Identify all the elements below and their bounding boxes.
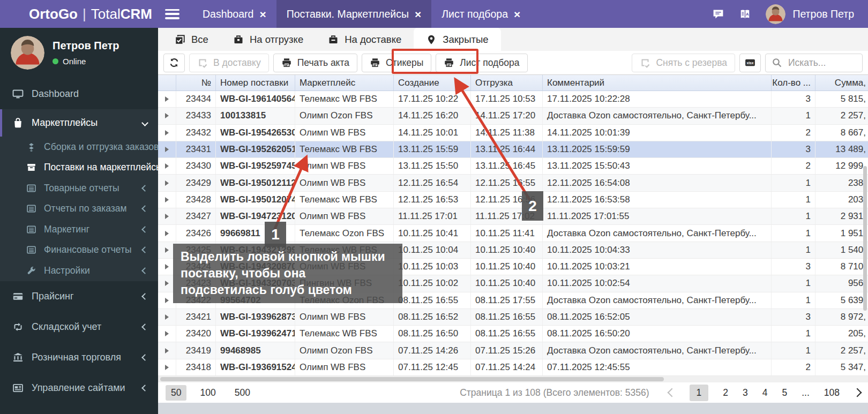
row-expander[interactable] — [158, 141, 176, 157]
column-header[interactable]: Сумма, — [815, 75, 868, 91]
cell-num: 23419 — [176, 342, 216, 358]
table-row[interactable]: 2341999468985Олимп Ozon FBS07.11.25 14:2… — [158, 342, 868, 359]
sidebar-item-dashboard[interactable]: Dashboard — [0, 79, 158, 109]
cell-qty: 2 — [772, 125, 815, 141]
cell-created: 17.11.25 10:22 — [394, 91, 471, 107]
column-header[interactable]: Номер поставки — [216, 75, 295, 91]
column-header[interactable]: Комментарий — [543, 75, 772, 91]
close-icon[interactable]: × — [514, 9, 520, 20]
page-1[interactable]: 1 — [690, 385, 709, 401]
page-5[interactable]: 5 — [782, 387, 787, 398]
refresh-button[interactable] — [163, 54, 185, 72]
wrench-icon — [26, 266, 36, 276]
cell-sum: 8 667, — [815, 125, 868, 141]
row-expander[interactable] — [158, 108, 176, 124]
column-header[interactable]: Маркетплейс — [295, 75, 394, 91]
sidebar-user-name: Петров Петр — [53, 40, 119, 52]
sidebar-item-assembly-shipping[interactable]: Сборка и отгрузка заказов — [0, 137, 158, 157]
chat-icon[interactable] — [712, 8, 724, 20]
table-row[interactable]: 23433100133815Олимп Ozon FBS14.11.25 16:… — [158, 108, 868, 124]
cell-shipped: 13.11.25 16:44 — [471, 141, 543, 157]
page-4[interactable]: 4 — [762, 387, 768, 398]
table-row[interactable]: 23434WB-GI-196140564Телемакс WB FBS17.11… — [158, 91, 868, 108]
horizontal-scrollbar-thumb[interactable] — [160, 377, 664, 381]
to-delivery-button[interactable]: В доставку — [189, 54, 269, 72]
page-3[interactable]: 3 — [743, 387, 748, 398]
row-expander[interactable] — [158, 309, 176, 325]
hamburger-menu-icon[interactable] — [165, 9, 179, 19]
table-row[interactable]: 23428WB-GI-195012074Телемакс WB FBS12.11… — [158, 192, 868, 208]
close-icon[interactable]: × — [259, 9, 266, 20]
page-size-100[interactable]: 100 — [194, 385, 221, 401]
filter-tab-closed[interactable]: Закрытые — [414, 28, 500, 51]
cell-qty: 1 — [772, 342, 815, 358]
cell-mp: Олимп WB FBS — [295, 208, 394, 224]
page-size-500[interactable]: 500 — [229, 385, 256, 401]
page-...[interactable]: ... — [802, 387, 810, 398]
row-expander[interactable] — [158, 192, 176, 208]
table-row[interactable]: 23432WB-GI-195426530Олимп WB FBS14.11.25… — [158, 125, 868, 141]
table-row[interactable]: 23429WB-GI-195012112Олимп WB FBS12.11.25… — [158, 175, 868, 191]
cell-num: 23433 — [176, 108, 216, 124]
sidebar-item-order-reports[interactable]: Отчеты по заказам — [0, 199, 158, 220]
row-expander[interactable] — [158, 342, 176, 358]
cell-created: 11.11.25 17:01 — [394, 208, 471, 224]
document-tab[interactable]: Лист подбора× — [431, 0, 530, 28]
transfer-icon — [640, 57, 650, 68]
pager-next-icon[interactable] — [853, 388, 862, 397]
sidebar-item-settings[interactable]: Настройки — [0, 260, 158, 281]
row-expander[interactable] — [158, 225, 176, 241]
row-expander[interactable] — [158, 125, 176, 141]
column-header[interactable]: Отгрузка — [471, 75, 543, 91]
cell-comment: Доставка Ozon самостоятельно, Санкт-Пете… — [543, 342, 772, 358]
column-header[interactable]: Создание — [394, 75, 471, 91]
table-row[interactable]: 23430WB-GI-195259745Олимп WB FBS13.11.25… — [158, 158, 868, 175]
cell-mp: Олимп WB FBS — [295, 175, 394, 191]
sidebar-item-finance-reports[interactable]: Финансовые отчеты — [0, 240, 158, 261]
sidebar-item-pricing[interactable]: Прайсинг — [0, 281, 158, 312]
box-up-icon — [233, 34, 244, 45]
cell-created: 07.11.25 14:26 — [394, 342, 471, 358]
sidebar-item-marketplaces[interactable]: Маркетплейсы — [0, 109, 158, 137]
page-108[interactable]: 108 — [824, 387, 840, 398]
close-icon[interactable]: × — [415, 9, 421, 20]
sidebar-item-product-reports[interactable]: Товарные отчеты — [0, 178, 158, 199]
remove-reserve-button[interactable]: Снять с резерва — [632, 54, 735, 72]
table-row[interactable]: 23421WB-GI-193962873Олимп WB FBS08.11.25… — [158, 309, 868, 326]
table-row[interactable]: 23431WB-GI-195262051Телемакс WB FBS13.11… — [158, 141, 868, 158]
pager-prev-icon[interactable] — [667, 388, 676, 397]
sidebar-item-sites[interactable]: Управление сайтами — [0, 373, 158, 403]
table-row[interactable]: 23420WB-GI-193962471Телемакс WB FBS08.11… — [158, 326, 868, 342]
filter-tab-to-ship[interactable]: На отгрузке — [221, 28, 316, 51]
filter-tab-in-delivery[interactable]: На доставке — [316, 28, 414, 51]
row-expander[interactable] — [158, 208, 176, 224]
sidebar-item-supplies-marketplaces[interactable]: Поставки на маркетплейсы — [0, 157, 158, 178]
page-2[interactable]: 2 — [723, 387, 728, 398]
button-label: В доставку — [213, 57, 261, 69]
sidebar-item-label: Настройки — [44, 265, 90, 276]
export-xlsx-button[interactable]: xlsx — [739, 54, 761, 72]
column-header[interactable]: Кол-во ... — [772, 75, 815, 91]
cell-comment: 08.11.2025 16:52:05 — [543, 309, 772, 325]
sidebar-item-warehouse[interactable]: Складской учет — [0, 312, 158, 342]
row-expander[interactable] — [158, 326, 176, 342]
page-size-50[interactable]: 50 — [166, 385, 186, 401]
cell-comment: 10.11.2025 10:02:54 — [543, 275, 772, 291]
document-tab[interactable]: Поставки. Маркетплейсы× — [276, 0, 432, 28]
search-input[interactable] — [787, 57, 856, 69]
vertical-scrollbar[interactable] — [863, 166, 867, 311]
user-menu[interactable]: Петров Петр — [766, 4, 854, 24]
sidebar-item-retail[interactable]: Розничная торговля — [0, 342, 158, 373]
row-expander[interactable] — [158, 91, 176, 107]
document-tab[interactable]: Dashboard× — [192, 0, 276, 28]
table-row[interactable]: 23418WB-GI-193691524Олимп WB FBS07.11.25… — [158, 359, 868, 376]
column-header[interactable]: № — [176, 75, 216, 91]
avatar — [766, 4, 785, 24]
row-expander[interactable] — [158, 175, 176, 191]
sidebar-item-marketing[interactable]: Маркетинг — [0, 219, 158, 240]
print-act-button[interactable]: Печать акта — [273, 54, 357, 72]
filter-tab-all[interactable]: Все — [162, 28, 221, 51]
horizontal-scrollbar[interactable] — [158, 376, 868, 382]
translate-icon[interactable]: A — [739, 8, 751, 20]
row-expander[interactable] — [158, 359, 176, 375]
